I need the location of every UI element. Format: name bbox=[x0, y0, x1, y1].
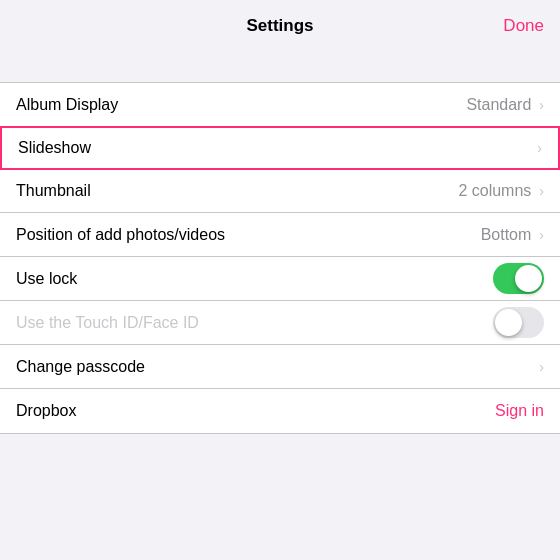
chevron-right-icon: › bbox=[539, 183, 544, 199]
label-position: Position of add photos/videos bbox=[16, 226, 481, 244]
toggle-touch-id bbox=[493, 307, 544, 338]
page-title: Settings bbox=[246, 16, 313, 36]
label-slideshow: Slideshow bbox=[18, 139, 535, 157]
settings-item-dropbox[interactable]: DropboxSign in bbox=[0, 389, 560, 433]
action-dropbox[interactable]: Sign in bbox=[495, 402, 544, 420]
label-use-lock: Use lock bbox=[16, 270, 493, 288]
value-album-display: Standard bbox=[466, 96, 531, 114]
settings-item-change-passcode[interactable]: Change passcode› bbox=[0, 345, 560, 389]
settings-item-album-display[interactable]: Album DisplayStandard› bbox=[0, 83, 560, 127]
settings-item-touch-id[interactable]: Use the Touch ID/Face ID bbox=[0, 301, 560, 345]
toggle-switch-use-lock[interactable] bbox=[493, 263, 544, 294]
header: Settings Done bbox=[0, 0, 560, 46]
label-change-passcode: Change passcode bbox=[16, 358, 537, 376]
chevron-right-icon: › bbox=[537, 140, 542, 156]
label-touch-id: Use the Touch ID/Face ID bbox=[16, 314, 493, 332]
label-thumbnail: Thumbnail bbox=[16, 182, 458, 200]
settings-list: Album DisplayStandard›Slideshow›Thumbnai… bbox=[0, 82, 560, 434]
settings-item-use-lock[interactable]: Use lock bbox=[0, 257, 560, 301]
toggle-knob-touch-id bbox=[495, 309, 522, 336]
chevron-right-icon: › bbox=[539, 97, 544, 113]
toggle-knob-use-lock bbox=[515, 265, 542, 292]
label-dropbox: Dropbox bbox=[16, 402, 495, 420]
settings-item-slideshow[interactable]: Slideshow› bbox=[0, 126, 560, 170]
chevron-right-icon: › bbox=[539, 359, 544, 375]
chevron-right-icon: › bbox=[539, 227, 544, 243]
value-position: Bottom bbox=[481, 226, 532, 244]
toggle-switch-touch-id bbox=[493, 307, 544, 338]
settings-item-thumbnail[interactable]: Thumbnail2 columns› bbox=[0, 169, 560, 213]
value-thumbnail: 2 columns bbox=[458, 182, 531, 200]
settings-item-position[interactable]: Position of add photos/videosBottom› bbox=[0, 213, 560, 257]
label-album-display: Album Display bbox=[16, 96, 466, 114]
toggle-use-lock[interactable] bbox=[493, 263, 544, 294]
section-gap bbox=[0, 46, 560, 82]
done-button[interactable]: Done bbox=[503, 16, 544, 36]
